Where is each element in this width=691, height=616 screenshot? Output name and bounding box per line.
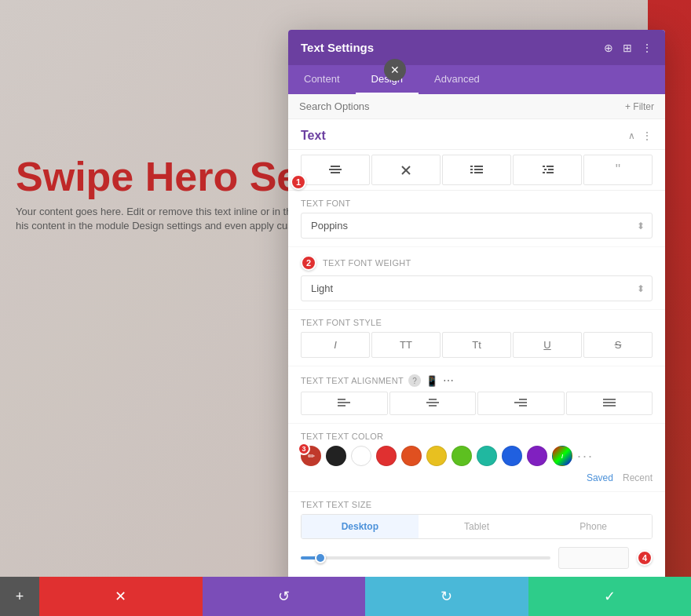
color-black[interactable] [326,446,346,466]
text-align-left-btn[interactable] [301,392,388,415]
font-weight-label: Text Font Weight [323,258,411,268]
add-button[interactable]: + [0,577,39,616]
size-slider-thumb[interactable] [315,552,326,563]
align-center-btn[interactable] [301,155,370,185]
capitalize-btn[interactable]: Tt [442,332,511,358]
saved-label[interactable]: Saved [587,472,613,483]
underline-btn[interactable]: U [513,332,582,358]
font-label: Text Font [301,199,653,208]
size-slider-row: 0.8vw 4 [301,547,653,569]
add-label: + [16,589,24,605]
svg-rect-15 [548,169,554,170]
device-tabs: Desktop Tablet Phone [301,514,653,539]
collapse-icon[interactable]: ∧ [628,130,635,141]
text-align-center-btn[interactable] [389,392,477,415]
undo-button[interactable]: ↺ [203,577,366,616]
mobile-icon[interactable]: 📱 [426,375,438,387]
size-section: Text Text Size Desktop Tablet Phone 0.8v… [288,492,665,581]
tab-advanced[interactable]: Advanced [419,65,495,94]
size-slider-track[interactable] [301,556,550,560]
color-green[interactable] [452,446,472,466]
align-list-btn[interactable] [442,155,511,185]
color-purple[interactable] [527,446,547,466]
badge-1: 1 [291,174,306,190]
color-yellow[interactable] [426,446,447,466]
search-input[interactable] [299,100,456,112]
color-red[interactable] [376,446,397,466]
font-style-row: I TT Tt U S [301,332,653,358]
section-more-icon[interactable]: ⋮ [642,129,653,142]
svg-rect-25 [514,402,527,403]
svg-rect-14 [544,169,547,170]
font-select-wrapper: Poppins ⬍ [301,213,653,239]
color-blue[interactable] [502,446,522,466]
font-section: Text Font Poppins ⬍ [288,191,665,247]
color-orange[interactable] [401,446,422,466]
recent-label[interactable]: Recent [623,472,653,483]
save-button[interactable]: ✓ [528,577,692,616]
tablet-tab[interactable]: Tablet [419,515,536,538]
italic-btn[interactable]: I [301,332,370,358]
text-align-buttons [301,392,653,415]
grid-icon[interactable]: ⊞ [623,42,632,54]
align-none-btn[interactable] [371,155,441,185]
badge-3: 3 [298,443,310,455]
more-colors-btn[interactable]: ··· [577,448,594,465]
text-align-right-btn[interactable] [477,392,565,415]
svg-rect-27 [603,399,616,400]
undo-label: ↺ [278,588,290,605]
strikethrough-btn[interactable]: S [583,332,653,358]
cancel-button[interactable]: ✕ [39,577,203,616]
color-label: Text Text Color [301,432,653,441]
color-teal[interactable] [477,446,497,466]
svg-rect-9 [474,169,483,170]
help-icon[interactable]: ? [408,374,421,387]
svg-rect-28 [603,402,616,403]
redo-label: ↻ [441,588,452,605]
svg-rect-2 [331,172,340,173]
svg-rect-17 [547,172,554,173]
settings-panel: Text Settings ⊕ ⊞ ⋮ Content Design Advan… [288,30,665,595]
panel-title: Text Settings [301,41,374,54]
svg-rect-18 [338,399,346,400]
svg-rect-10 [470,172,473,173]
text-align-label: Text Text Alignment [301,376,404,385]
font-weight-select[interactable]: Light [301,275,653,301]
desktop-tab[interactable]: Desktop [302,515,419,538]
uppercase-btn[interactable]: TT [371,332,441,358]
svg-rect-29 [603,405,616,406]
font-weight-section: 2 Text Font Weight Light ⬍ [288,247,665,310]
text-align-justify-btn[interactable] [566,392,653,415]
redo-button[interactable]: ↻ [365,577,528,616]
color-row: 3 ✏ / ··· [301,446,653,466]
badge-4: 4 [637,550,653,566]
filter-button[interactable]: + Filter [625,101,654,112]
svg-rect-20 [338,405,346,406]
svg-rect-8 [470,169,473,170]
align-quote-btn[interactable]: " [583,155,653,185]
text-alignment-section: Text Text Alignment ? 📱 ⋯ [288,366,665,424]
color-edit-button[interactable]: 3 ✏ [301,446,321,466]
cancel-label: ✕ [115,588,126,605]
tab-content[interactable]: Content [288,65,356,94]
svg-rect-13 [547,166,554,167]
badge-1-container: 1 [291,174,306,190]
svg-rect-23 [429,405,437,406]
color-footer: Saved Recent [301,471,653,483]
size-value-input[interactable]: 0.8vw [558,547,629,569]
color-white[interactable] [351,446,371,466]
font-select[interactable]: Poppins [301,213,653,239]
svg-rect-11 [474,172,483,173]
phone-tab[interactable]: Phone [535,515,652,538]
align-more-icon[interactable]: ⋯ [443,374,454,387]
section-header: Text ∧ ⋮ [288,119,665,150]
color-custom[interactable]: / [552,446,572,466]
align-indent-btn[interactable] [513,155,582,185]
close-button[interactable]: ✕ [384,59,406,81]
badge-2: 2 [301,255,316,271]
font-style-section: Text Font Style I TT Tt U S [288,310,665,366]
more-options-icon[interactable]: ⋮ [642,42,653,54]
fullscreen-icon[interactable]: ⊕ [604,42,613,54]
bottom-toolbar: + ✕ ↺ ↻ ✓ [0,577,691,616]
header-icons: ⊕ ⊞ ⋮ [604,42,653,54]
